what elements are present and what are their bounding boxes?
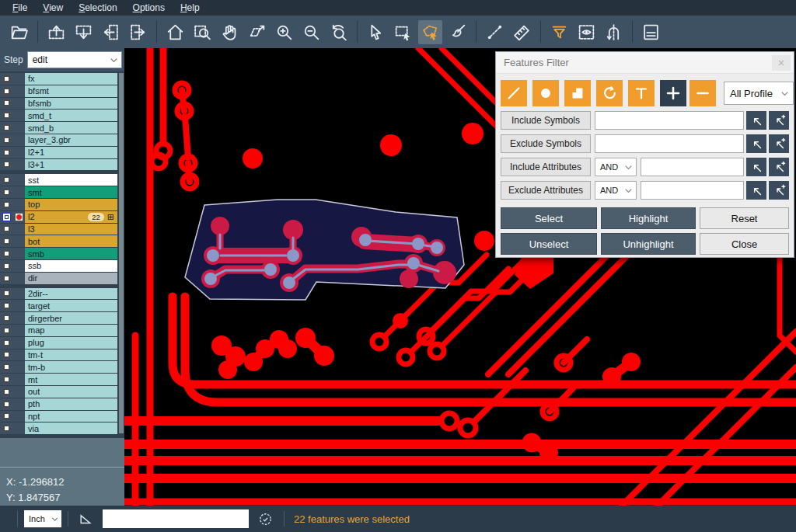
layer-checkbox[interactable] <box>3 388 10 395</box>
layer-checkbox[interactable] <box>3 363 10 370</box>
features-filter-button[interactable] <box>547 20 571 44</box>
menu-view[interactable]: View <box>35 1 71 16</box>
active-layer-cell[interactable] <box>13 260 25 272</box>
layer-name[interactable]: out <box>25 386 117 398</box>
layer-checkbox[interactable] <box>3 214 10 221</box>
unselect-button[interactable]: Unselect <box>501 233 597 255</box>
layer-name[interactable]: target <box>25 300 117 311</box>
include-attributes-pick-button[interactable] <box>746 158 766 176</box>
filter-surfaces-button[interactable] <box>564 80 591 106</box>
layer-row-map[interactable]: map <box>0 325 124 336</box>
zoom-window-button[interactable] <box>190 20 215 44</box>
layer-visibility-cell[interactable] <box>0 186 13 198</box>
layer-checkbox[interactable] <box>3 201 10 208</box>
layer-name[interactable]: mt <box>25 374 117 385</box>
menu-options[interactable]: Options <box>125 1 173 16</box>
active-layer-cell[interactable] <box>13 325 25 336</box>
shift-view-down-button[interactable] <box>72 20 96 44</box>
active-layer-cell[interactable] <box>13 248 25 259</box>
include-attributes-pick-add-button[interactable] <box>769 158 789 176</box>
close-button[interactable]: Close <box>700 233 789 255</box>
layer-row-l2[interactable]: l222⊞ <box>0 211 124 223</box>
layer-row-l3-1[interactable]: l3+1 <box>0 159 124 171</box>
layer-visibility-cell[interactable] <box>0 224 13 235</box>
active-layer-cell[interactable] <box>13 147 25 158</box>
step-dropdown[interactable]: edit <box>27 51 122 68</box>
layers-list-button[interactable] <box>639 20 663 44</box>
layer-checkbox[interactable] <box>3 425 10 432</box>
layer-checkbox[interactable] <box>3 137 10 144</box>
active-layer-cell[interactable] <box>13 374 25 385</box>
layer-visibility-cell[interactable] <box>0 411 13 422</box>
exclude-attributes-button[interactable]: Exclude Attributes <box>501 181 591 200</box>
layer-checkbox[interactable] <box>3 401 10 408</box>
layer-visibility-cell[interactable] <box>0 312 13 324</box>
layer-checkbox[interactable] <box>3 112 10 119</box>
layer-visibility-cell[interactable] <box>0 422 13 434</box>
dialog-close-button[interactable] <box>772 55 791 71</box>
layer-visibility-cell[interactable] <box>0 288 13 300</box>
layer-row-mt[interactable]: mt <box>0 374 124 385</box>
layer-name[interactable]: fx <box>25 73 117 85</box>
layer-row-dirgerber[interactable]: dirgerber <box>0 312 124 324</box>
exclude-attributes-operator-dropdown[interactable]: AND <box>595 181 637 200</box>
zoom-in-button[interactable] <box>272 20 296 44</box>
active-layer-cell[interactable] <box>13 134 25 146</box>
active-layer-cell[interactable] <box>13 73 25 85</box>
layer-visibility-cell[interactable] <box>0 122 13 134</box>
include-symbols-input[interactable] <box>595 111 744 130</box>
layer-visibility-cell[interactable] <box>0 386 13 398</box>
pcb-canvas[interactable]: Features Filter All Profile Include Symb… <box>124 48 796 506</box>
layer-visibility-cell[interactable] <box>0 337 13 349</box>
layer-name[interactable]: ssb <box>25 260 117 272</box>
layer-visibility-cell[interactable] <box>0 147 13 158</box>
layer-name[interactable]: via <box>25 422 117 434</box>
select-pointer-button[interactable] <box>364 20 388 44</box>
layer-name[interactable]: dirgerber <box>25 312 117 324</box>
shift-view-right-button[interactable] <box>126 20 150 44</box>
include-symbols-pick-button[interactable] <box>746 111 766 130</box>
layer-name[interactable]: npt <box>25 411 117 422</box>
layer-visibility-cell[interactable] <box>0 273 13 284</box>
active-layer-cell[interactable] <box>13 411 25 422</box>
layer-visibility-cell[interactable] <box>0 211 13 223</box>
pan-hand-button[interactable] <box>218 20 242 44</box>
layer-visibility-cell[interactable] <box>0 260 13 272</box>
active-layer-cell[interactable] <box>13 110 25 121</box>
include-attributes-input[interactable] <box>641 158 744 176</box>
menu-selection[interactable]: Selection <box>71 1 124 16</box>
layer-checkbox[interactable] <box>3 315 10 322</box>
layer-row-npt[interactable]: npt <box>0 411 124 422</box>
layer-checkbox[interactable] <box>3 376 10 383</box>
layer-visibility-cell[interactable] <box>0 98 13 110</box>
layer-row-smt[interactable]: smt <box>0 186 124 198</box>
layer-checkbox[interactable] <box>3 263 10 269</box>
active-layer-cell[interactable] <box>13 199 25 210</box>
layer-checkbox[interactable] <box>3 250 10 257</box>
layer-visibility-cell[interactable] <box>0 159 13 171</box>
layer-visibility-cell[interactable] <box>0 199 13 210</box>
active-layer-cell[interactable] <box>13 422 25 434</box>
layer-checkbox[interactable] <box>3 99 10 106</box>
layer-name[interactable]: dir <box>25 273 117 284</box>
select-button[interactable]: Select <box>501 207 597 229</box>
layer-visibility-cell[interactable] <box>0 325 13 336</box>
snap-mode-button[interactable] <box>602 20 626 44</box>
dialog-title-bar[interactable]: Features Filter <box>496 52 794 74</box>
layer-checkbox[interactable] <box>3 412 10 419</box>
home-view-button[interactable] <box>163 20 187 44</box>
layer-checkbox[interactable] <box>3 75 10 82</box>
sidebar-scrollbar[interactable] <box>119 73 124 433</box>
layer-row-pth[interactable]: pth <box>0 398 124 410</box>
layer-visibility-cell[interactable] <box>0 398 13 410</box>
exclude-symbols-pick-add-button[interactable] <box>769 134 789 153</box>
layer-name[interactable]: l222⊞ <box>25 211 117 223</box>
active-layer-cell[interactable] <box>13 224 25 235</box>
mask-brush-button[interactable] <box>445 20 470 44</box>
active-layer-cell[interactable] <box>13 386 25 398</box>
active-layer-cell[interactable] <box>13 300 25 311</box>
active-layer-cell[interactable] <box>13 211 25 223</box>
active-layer-cell[interactable] <box>13 186 25 198</box>
layer-row-layer-3-gbr[interactable]: layer_3.gbr <box>0 134 124 146</box>
shift-view-left-button[interactable] <box>99 20 123 44</box>
